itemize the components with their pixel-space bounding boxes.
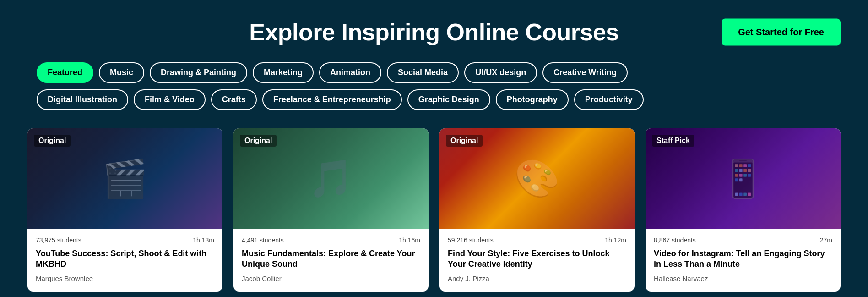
filters-container: FeaturedMusicDrawing & PaintingMarketing… bbox=[27, 62, 841, 110]
filter-tag-creative-writing[interactable]: Creative Writing bbox=[542, 62, 628, 83]
card-meta-4: 8,867 students27m bbox=[654, 236, 832, 244]
filter-tag-freelance-&-entrepreneurship[interactable]: Freelance & Entrepreneurship bbox=[262, 89, 402, 110]
card-badge-3: Original bbox=[446, 135, 483, 147]
card-author-2: Jacob Collier bbox=[242, 275, 420, 282]
filter-tag-music[interactable]: Music bbox=[99, 62, 144, 83]
card-meta-2: 4,491 students1h 16m bbox=[242, 236, 420, 244]
card-title-4: Video for Instagram: Tell an Engaging St… bbox=[654, 248, 832, 270]
card-body-4: 8,867 students27mVideo for Instagram: Te… bbox=[646, 229, 841, 292]
card-students-1: 73,975 students bbox=[36, 236, 81, 244]
card-students-3: 59,216 students bbox=[448, 236, 494, 244]
card-duration-1: 1h 13m bbox=[193, 236, 214, 244]
card-body-2: 4,491 students1h 16mMusic Fundamentals: … bbox=[233, 229, 429, 292]
card-image-1: 🎬Original bbox=[27, 128, 222, 229]
card-badge-4: Staff Pick bbox=[652, 135, 694, 147]
filter-tag-crafts[interactable]: Crafts bbox=[211, 89, 257, 110]
filter-tag-photography[interactable]: Photography bbox=[496, 89, 569, 110]
course-card-3[interactable]: 🎨Original59,216 students1h 12mFind Your … bbox=[439, 128, 635, 292]
card-title-3: Find Your Style: Five Exercises to Unloc… bbox=[448, 248, 626, 270]
course-card-2[interactable]: 🎵Original4,491 students1h 16mMusic Funda… bbox=[233, 128, 429, 292]
card-duration-4: 27m bbox=[820, 236, 832, 244]
filter-tag-animation[interactable]: Animation bbox=[319, 62, 381, 83]
card-meta-1: 73,975 students1h 13m bbox=[36, 236, 214, 244]
card-title-1: YouTube Success: Script, Shoot & Edit wi… bbox=[36, 248, 214, 270]
card-body-1: 73,975 students1h 13mYouTube Success: Sc… bbox=[27, 229, 222, 292]
card-meta-3: 59,216 students1h 12m bbox=[448, 236, 626, 244]
filter-tag-ui/ux-design[interactable]: UI/UX design bbox=[464, 62, 537, 83]
card-students-2: 4,491 students bbox=[242, 236, 284, 244]
filter-tag-film-&-video[interactable]: Film & Video bbox=[134, 89, 206, 110]
filter-tag-featured[interactable]: Featured bbox=[37, 62, 93, 83]
cta-button[interactable]: Get Started for Free bbox=[722, 19, 841, 46]
card-duration-2: 1h 16m bbox=[399, 236, 420, 244]
card-badge-1: Original bbox=[34, 135, 71, 147]
page-wrapper: Explore Inspiring Online Courses Get Sta… bbox=[0, 0, 868, 297]
card-image-2: 🎵Original bbox=[233, 128, 429, 229]
course-card-4[interactable]: 📱Staff Pick8,867 students27mVideo for In… bbox=[646, 128, 841, 292]
card-badge-2: Original bbox=[240, 135, 277, 147]
filter-tag-graphic-design[interactable]: Graphic Design bbox=[407, 89, 490, 110]
filter-tag-digital-illustration[interactable]: Digital Illustration bbox=[37, 89, 128, 110]
card-image-3: 🎨Original bbox=[439, 128, 635, 229]
card-author-1: Marques Brownlee bbox=[36, 275, 214, 282]
course-card-1[interactable]: 🎬Original73,975 students1h 13mYouTube Su… bbox=[27, 128, 222, 292]
card-body-3: 59,216 students1h 12mFind Your Style: Fi… bbox=[439, 229, 635, 292]
courses-grid: 🎬Original73,975 students1h 13mYouTube Su… bbox=[27, 128, 841, 292]
card-image-4: 📱Staff Pick bbox=[646, 128, 841, 229]
filter-tag-productivity[interactable]: Productivity bbox=[574, 89, 644, 110]
card-students-4: 8,867 students bbox=[654, 236, 696, 244]
page-title: Explore Inspiring Online Courses bbox=[249, 18, 619, 46]
card-title-2: Music Fundamentals: Explore & Create You… bbox=[242, 248, 420, 270]
filter-row-2: Digital IllustrationFilm & VideoCraftsFr… bbox=[37, 89, 644, 110]
card-duration-3: 1h 12m bbox=[605, 236, 626, 244]
header-row: Explore Inspiring Online Courses Get Sta… bbox=[27, 18, 841, 46]
filter-tag-drawing-&-painting[interactable]: Drawing & Painting bbox=[150, 62, 247, 83]
filter-tag-social-media[interactable]: Social Media bbox=[387, 62, 459, 83]
filter-row-1: FeaturedMusicDrawing & PaintingMarketing… bbox=[37, 62, 628, 83]
filter-tag-marketing[interactable]: Marketing bbox=[253, 62, 314, 83]
card-author-4: Hallease Narvaez bbox=[654, 275, 832, 282]
card-author-3: Andy J. Pizza bbox=[448, 275, 626, 282]
